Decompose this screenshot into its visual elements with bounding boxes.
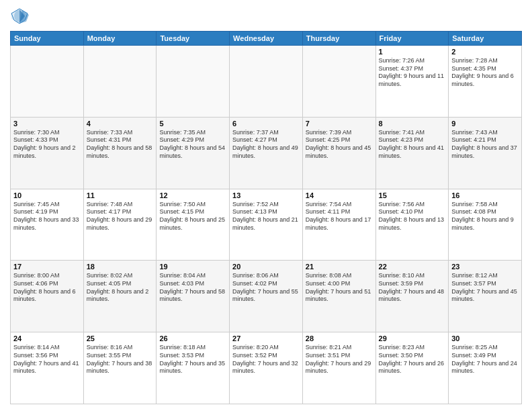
day-info: Sunset: 3:59 PM xyxy=(379,280,446,288)
day-info: Sunrise: 7:35 AM xyxy=(159,129,226,137)
day-info: Sunrise: 8:20 AM xyxy=(232,344,300,352)
day-info: Sunset: 3:49 PM xyxy=(451,352,519,360)
calendar-week-row: 10Sunrise: 7:45 AMSunset: 4:19 PMDayligh… xyxy=(11,189,522,261)
day-info: Daylight: 7 hours and 32 minutes. xyxy=(232,360,300,375)
day-info: Sunrise: 8:25 AM xyxy=(451,344,519,352)
day-info: Sunrise: 7:41 AM xyxy=(379,129,446,137)
calendar-cell: 27Sunrise: 8:20 AMSunset: 3:52 PMDayligh… xyxy=(230,332,303,404)
day-number: 29 xyxy=(379,334,446,342)
day-number: 8 xyxy=(379,120,446,128)
day-info: Daylight: 7 hours and 58 minutes. xyxy=(159,288,226,304)
calendar-cell xyxy=(11,46,84,118)
calendar-week-row: 17Sunrise: 8:00 AMSunset: 4:06 PMDayligh… xyxy=(11,261,522,332)
day-info: Sunset: 4:05 PM xyxy=(87,280,154,288)
day-info: Sunrise: 7:56 AM xyxy=(379,201,446,209)
day-info: Sunrise: 7:45 AM xyxy=(13,201,81,209)
calendar-table: Sunday Monday Tuesday Wednesday Thursday… xyxy=(10,31,522,404)
day-info: Daylight: 7 hours and 55 minutes. xyxy=(232,288,300,304)
day-info: Sunrise: 7:37 AM xyxy=(232,129,300,137)
day-info: Sunset: 4:00 PM xyxy=(306,280,373,288)
header-sunday: Sunday xyxy=(11,32,84,46)
day-info: Daylight: 8 hours and 2 minutes. xyxy=(87,288,154,304)
logo xyxy=(10,7,32,26)
calendar-cell: 1Sunrise: 7:26 AMSunset: 4:37 PMDaylight… xyxy=(375,46,449,118)
weekday-header-row: Sunday Monday Tuesday Wednesday Thursday… xyxy=(11,32,522,46)
day-info: Sunset: 3:55 PM xyxy=(87,352,154,360)
calendar-cell: 6Sunrise: 7:37 AMSunset: 4:27 PMDaylight… xyxy=(230,117,303,189)
day-info: Sunrise: 7:26 AM xyxy=(379,57,446,65)
day-info: Sunrise: 7:39 AM xyxy=(306,129,373,137)
calendar-week-row: 3Sunrise: 7:30 AMSunset: 4:33 PMDaylight… xyxy=(11,117,522,189)
day-number: 13 xyxy=(232,191,300,199)
calendar-cell: 16Sunrise: 7:58 AMSunset: 4:08 PMDayligh… xyxy=(449,189,522,261)
day-info: Sunset: 3:52 PM xyxy=(232,352,300,360)
day-info: Sunrise: 8:04 AM xyxy=(159,272,226,280)
day-info: Sunset: 4:13 PM xyxy=(232,208,300,216)
header-wednesday: Wednesday xyxy=(230,32,303,46)
calendar-cell: 9Sunrise: 7:43 AMSunset: 4:21 PMDaylight… xyxy=(449,117,522,189)
day-info: Sunset: 4:15 PM xyxy=(159,208,226,216)
calendar-week-row: 1Sunrise: 7:26 AMSunset: 4:37 PMDaylight… xyxy=(11,46,522,118)
day-info: Sunrise: 8:08 AM xyxy=(306,272,373,280)
day-info: Sunset: 4:25 PM xyxy=(306,136,373,144)
calendar-cell: 7Sunrise: 7:39 AMSunset: 4:25 PMDaylight… xyxy=(302,117,375,189)
calendar-cell: 21Sunrise: 8:08 AMSunset: 4:00 PMDayligh… xyxy=(302,261,375,332)
day-info: Sunset: 4:35 PM xyxy=(451,65,519,73)
header-friday: Friday xyxy=(375,32,449,46)
day-info: Sunrise: 8:16 AM xyxy=(87,344,154,352)
day-info: Sunrise: 7:28 AM xyxy=(451,57,519,65)
day-number: 11 xyxy=(87,191,154,199)
day-number: 22 xyxy=(379,263,446,271)
calendar-cell: 13Sunrise: 7:52 AMSunset: 4:13 PMDayligh… xyxy=(230,189,303,261)
day-number: 14 xyxy=(306,191,373,199)
day-info: Sunrise: 7:54 AM xyxy=(306,201,373,209)
calendar-cell: 15Sunrise: 7:56 AMSunset: 4:10 PMDayligh… xyxy=(375,189,449,261)
day-info: Sunrise: 8:10 AM xyxy=(379,272,446,280)
day-info: Daylight: 8 hours and 6 minutes. xyxy=(13,288,81,304)
calendar-cell: 24Sunrise: 8:14 AMSunset: 3:56 PMDayligh… xyxy=(11,332,84,404)
calendar-cell: 22Sunrise: 8:10 AMSunset: 3:59 PMDayligh… xyxy=(375,261,449,332)
day-info: Sunset: 4:27 PM xyxy=(232,136,300,144)
day-info: Daylight: 8 hours and 17 minutes. xyxy=(306,216,373,232)
day-number: 5 xyxy=(159,120,226,128)
day-number: 25 xyxy=(87,334,154,342)
calendar-cell: 10Sunrise: 7:45 AMSunset: 4:19 PMDayligh… xyxy=(11,189,84,261)
day-number: 18 xyxy=(87,263,154,271)
calendar-cell: 3Sunrise: 7:30 AMSunset: 4:33 PMDaylight… xyxy=(11,117,84,189)
day-info: Sunset: 4:33 PM xyxy=(13,136,81,144)
day-number: 23 xyxy=(451,263,519,271)
day-info: Daylight: 7 hours and 41 minutes. xyxy=(13,360,81,375)
calendar-cell: 2Sunrise: 7:28 AMSunset: 4:35 PMDaylight… xyxy=(449,46,522,118)
day-number: 27 xyxy=(232,334,300,342)
day-info: Daylight: 8 hours and 54 minutes. xyxy=(159,144,226,160)
calendar-cell: 30Sunrise: 8:25 AMSunset: 3:49 PMDayligh… xyxy=(449,332,522,404)
day-info: Daylight: 7 hours and 26 minutes. xyxy=(379,360,446,375)
day-info: Sunset: 4:08 PM xyxy=(451,208,519,216)
day-info: Daylight: 8 hours and 45 minutes. xyxy=(306,144,373,160)
day-number: 16 xyxy=(451,191,519,199)
day-info: Sunrise: 7:52 AM xyxy=(232,201,300,209)
day-info: Sunset: 4:03 PM xyxy=(159,280,226,288)
day-info: Daylight: 7 hours and 29 minutes. xyxy=(306,360,373,375)
day-info: Sunset: 4:23 PM xyxy=(379,136,446,144)
day-info: Sunrise: 7:33 AM xyxy=(87,129,154,137)
header-thursday: Thursday xyxy=(302,32,375,46)
day-info: Sunrise: 7:43 AM xyxy=(451,129,519,137)
day-info: Sunrise: 7:58 AM xyxy=(451,201,519,209)
calendar-week-row: 24Sunrise: 8:14 AMSunset: 3:56 PMDayligh… xyxy=(11,332,522,404)
day-info: Daylight: 8 hours and 29 minutes. xyxy=(87,216,154,232)
day-number: 17 xyxy=(13,263,81,271)
day-info: Sunset: 4:29 PM xyxy=(159,136,226,144)
calendar-cell: 12Sunrise: 7:50 AMSunset: 4:15 PMDayligh… xyxy=(157,189,230,261)
day-info: Sunrise: 7:50 AM xyxy=(159,201,226,209)
day-info: Sunrise: 8:06 AM xyxy=(232,272,300,280)
day-number: 3 xyxy=(13,120,81,128)
day-number: 24 xyxy=(13,334,81,342)
day-info: Sunset: 4:21 PM xyxy=(451,136,519,144)
day-info: Daylight: 8 hours and 41 minutes. xyxy=(379,144,446,160)
day-number: 10 xyxy=(13,191,81,199)
day-info: Daylight: 7 hours and 51 minutes. xyxy=(306,288,373,304)
day-info: Sunset: 3:50 PM xyxy=(379,352,446,360)
day-info: Sunrise: 8:12 AM xyxy=(451,272,519,280)
day-info: Daylight: 7 hours and 38 minutes. xyxy=(87,360,154,375)
